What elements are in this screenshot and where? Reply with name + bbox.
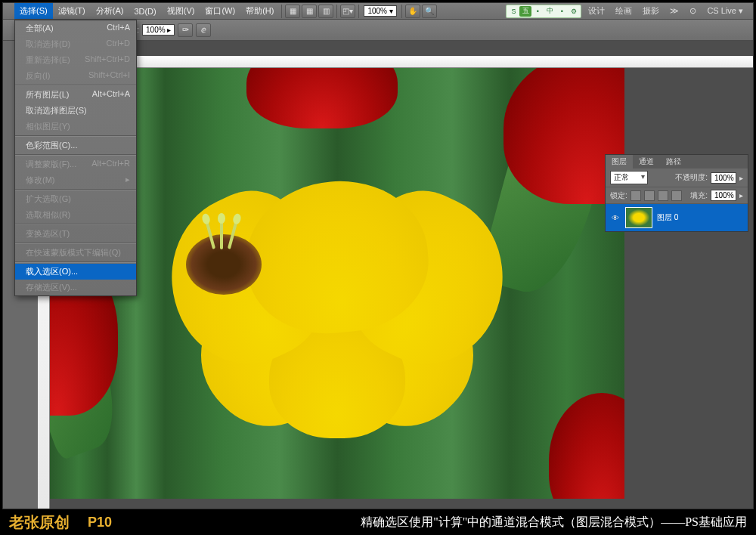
menu-all-layers[interactable]: 所有图层(L)Alt+Ctrl+A (15, 87, 136, 103)
menu-color-range[interactable]: 色彩范围(C)... (15, 138, 136, 153)
fill-input[interactable]: 100% (711, 190, 736, 201)
menu-filter[interactable]: 滤镜(T) (53, 3, 91, 19)
ime-punct-icon[interactable]: • (556, 6, 568, 17)
link-paint[interactable]: 绘画 (612, 4, 636, 18)
airbrush-icon[interactable]: ✑ (178, 23, 193, 37)
menu-help[interactable]: 帮助(H) (240, 3, 279, 19)
lock-image-icon[interactable] (644, 190, 655, 201)
layer-row[interactable]: 👁 图层 0 (606, 204, 748, 231)
link-photo[interactable]: 摄影 (639, 4, 663, 18)
select-menu-dropdown: 全部(A)Ctrl+A 取消选择(D)Ctrl+D 重新选择(E)Shift+C… (14, 20, 137, 296)
menu-quick-mask[interactable]: 在快速蒙版模式下编辑(Q) (15, 245, 136, 261)
ime-s-icon[interactable]: S (507, 6, 519, 17)
search-icon[interactable]: ⊙ (686, 5, 700, 17)
menu-inverse[interactable]: 反向(I)Shift+Ctrl+I (15, 68, 136, 84)
menu-save-selection[interactable]: 存储选区(V)... (15, 280, 136, 295)
fill-flyout-icon[interactable]: ▸ (739, 191, 743, 199)
menu-similar-layers[interactable]: 相似图层(Y) (15, 119, 136, 135)
menu-deselect[interactable]: 取消选择(D)Ctrl+D (15, 36, 136, 52)
tab-layers[interactable]: 图层 (606, 155, 633, 169)
tab-channels[interactable]: 通道 (633, 155, 660, 169)
link-design[interactable]: 设计 (584, 4, 609, 18)
menu-window[interactable]: 窗口(W) (200, 3, 240, 19)
tb-zoom-icon[interactable]: 🔍 (422, 5, 437, 18)
layer-name[interactable]: 图层 0 (657, 212, 678, 223)
fill-label: 填充: (690, 190, 708, 201)
flow-input[interactable]: 100% ▸ (142, 24, 175, 36)
lock-label: 锁定: (610, 190, 627, 201)
blend-mode-select[interactable]: 正常 (610, 171, 648, 184)
right-tools: S 五 • 中 • ⚙ 设计 绘画 摄影 ≫ ⊙ CS Live ▾ (506, 4, 753, 18)
lock-transparent-icon[interactable] (631, 190, 641, 201)
menu-grow[interactable]: 扩大选取(G) (15, 191, 136, 207)
separator (281, 5, 282, 18)
menu-analysis[interactable]: 分析(A) (91, 3, 129, 19)
menubar: 选择(S) 滤镜(T) 分析(A) 3D(D) 视图(V) 窗口(W) 帮助(H… (3, 3, 753, 20)
tb-icon-1[interactable]: ▦ (285, 5, 300, 18)
tutorial-title: 精确选区使用"计算"中的通道混合模式（图层混合模式）——PS基础应用 (361, 515, 747, 530)
opacity-input[interactable]: 100% (711, 172, 736, 184)
footer-caption: 老张原创 P10 精确选区使用"计算"中的通道混合模式（图层混合模式）——PS基… (0, 509, 756, 535)
author-brand: 老张原创 (9, 512, 70, 533)
layer-thumbnail[interactable] (625, 207, 652, 228)
tb-hand-icon[interactable]: ✋ (405, 5, 420, 18)
separator (401, 5, 402, 18)
menu-similar[interactable]: 选取相似(R) (15, 207, 136, 223)
menu-modify[interactable]: 修改(M)▸ (15, 172, 136, 188)
lock-position-icon[interactable] (658, 190, 668, 201)
menu-refine-mask[interactable]: 调整蒙版(F)...Alt+Ctrl+R (15, 156, 136, 172)
ime-cn-icon[interactable]: 中 (544, 6, 556, 17)
ime-dot-icon[interactable]: • (531, 6, 544, 17)
menu-select-all[interactable]: 全部(A)Ctrl+A (15, 20, 136, 36)
tb-icon-3[interactable]: ▥ (318, 5, 333, 18)
photoshop-window: 选择(S) 滤镜(T) 分析(A) 3D(D) 视图(V) 窗口(W) 帮助(H… (2, 2, 754, 509)
tb-icon-2[interactable]: ▦ (302, 5, 317, 18)
ruler-horizontal[interactable] (50, 56, 753, 68)
menu-deselect-layers[interactable]: 取消选择图层(S) (15, 103, 136, 119)
layers-panel: 图层 通道 路径 正常 不透明度: 100% ▸ 锁定: 填充: 100% ▸ … (605, 154, 748, 232)
cslive-dropdown[interactable]: CS Live ▾ (703, 5, 747, 17)
zoom-level[interactable]: 100% ▾ (364, 5, 396, 17)
canvas-area (38, 41, 753, 509)
ime-gear-icon[interactable]: ⚙ (568, 6, 580, 17)
menu-reselect[interactable]: 重新选择(E)Shift+Ctrl+D (15, 52, 136, 68)
tb-screen-mode[interactable]: ◰▾ (340, 5, 355, 18)
menu-select[interactable]: 选择(S) (14, 3, 53, 19)
separator (336, 5, 337, 18)
page-number: P10 (88, 515, 112, 530)
menu-view[interactable]: 视图(V) (162, 3, 200, 19)
tab-paths[interactable]: 路径 (660, 155, 687, 169)
more-icon[interactable]: ≫ (666, 5, 683, 17)
menu-load-selection[interactable]: 载入选区(O)... (15, 264, 136, 280)
brush-icon[interactable]: ⅇ (196, 23, 211, 37)
opacity-flyout-icon[interactable]: ▸ (739, 174, 743, 182)
opacity-label: 不透明度: (675, 172, 708, 183)
separator (358, 5, 359, 18)
ime-toolbar[interactable]: S 五 • 中 • ⚙ (506, 5, 581, 18)
panel-tabs: 图层 通道 路径 (606, 155, 748, 169)
lock-all-icon[interactable] (671, 190, 682, 201)
visibility-eye-icon[interactable]: 👁 (610, 212, 621, 223)
menu-transform-selection[interactable]: 变换选区(T) (15, 226, 136, 242)
menu-3d[interactable]: 3D(D) (129, 5, 161, 18)
ime-wubi-icon[interactable]: 五 (519, 6, 531, 17)
